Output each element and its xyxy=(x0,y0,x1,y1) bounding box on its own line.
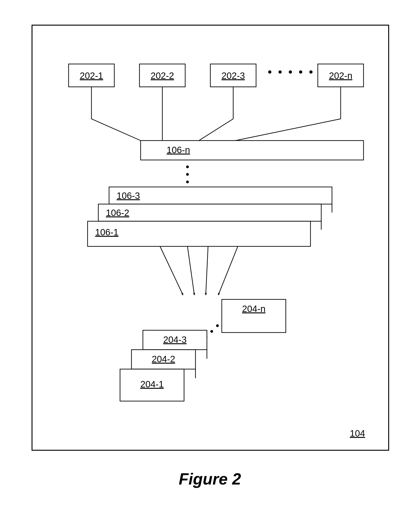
layer-106-3 xyxy=(109,187,332,204)
frame-id: 104 xyxy=(350,428,365,438)
ellipsis-dot xyxy=(216,324,219,327)
arrows-down xyxy=(160,246,238,295)
ellipsis-dot xyxy=(299,70,302,73)
label-106-3: 106-3 xyxy=(117,191,140,201)
label-204-1: 204-1 xyxy=(140,379,164,389)
top-connectors xyxy=(91,87,341,140)
diagram-canvas: 202-1 202-2 202-3 202-n 106-n 106-3 106-… xyxy=(0,0,420,506)
label-204-n: 204-n xyxy=(242,304,265,314)
label-202-3: 202-3 xyxy=(222,71,245,81)
figure-caption: Figure 2 xyxy=(179,470,241,488)
ellipsis-dot xyxy=(186,166,189,168)
ellipsis-dot xyxy=(289,70,292,73)
label-204-2: 204-2 xyxy=(152,354,175,364)
ellipsis-dot xyxy=(309,70,312,73)
label-204-3: 204-3 xyxy=(163,335,187,345)
ellipsis-dot xyxy=(186,180,189,183)
label-106-n: 106-n xyxy=(167,145,190,155)
layer-106-1 xyxy=(88,221,311,246)
top-row: 202-1 202-2 202-3 202-n xyxy=(68,64,364,87)
ellipsis-dot xyxy=(186,173,189,176)
layer-106-2 xyxy=(98,204,321,221)
label-106-2: 106-2 xyxy=(106,208,129,218)
ellipsis-dot xyxy=(210,330,213,333)
label-106-1: 106-1 xyxy=(95,227,118,237)
label-202-2: 202-2 xyxy=(151,71,174,81)
label-202-1: 202-1 xyxy=(80,71,103,81)
ellipsis-dot xyxy=(278,70,282,73)
output-stack: 204-n 204-3 204-2 204-1 xyxy=(120,300,286,401)
ellipsis-dot xyxy=(268,70,271,73)
label-202-n: 202-n xyxy=(329,71,352,81)
